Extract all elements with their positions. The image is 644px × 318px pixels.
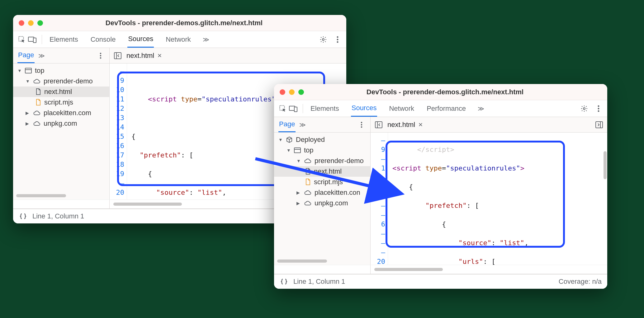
sub-tabs-row: Page ≫ next.html ✕: [13, 48, 346, 63]
disclosure-icon[interactable]: ▼: [286, 148, 291, 153]
disclosure-icon[interactable]: ▶: [296, 190, 301, 195]
svg-point-4: [337, 36, 339, 38]
tab-network[interactable]: Network: [165, 32, 192, 47]
disclosure-icon[interactable]: ▶: [26, 110, 30, 115]
zoom-icon[interactable]: [298, 89, 304, 95]
gear-icon[interactable]: [580, 104, 589, 113]
more-nav-icon[interactable]: ≫: [38, 52, 45, 59]
window-title: DevTools - prerender-demos.glitch.me/nex…: [46, 19, 341, 27]
tree-file-next-html[interactable]: next.html: [13, 87, 109, 97]
tree-file-next-html[interactable]: next.html: [274, 166, 370, 177]
minimize-icon[interactable]: [28, 20, 34, 26]
cloud-icon: [304, 201, 311, 206]
file-tab-next-html[interactable]: next.html ✕: [126, 52, 162, 60]
tree-scrollbar[interactable]: [274, 257, 370, 265]
tree-scrollbar[interactable]: [13, 192, 109, 199]
minimize-icon[interactable]: [289, 89, 295, 95]
kebab-icon[interactable]: [333, 35, 342, 44]
tree-domain[interactable]: ▼ prerender-demo: [13, 76, 109, 87]
tree-top[interactable]: ▼ top: [13, 65, 109, 76]
pretty-print-icon[interactable]: [19, 212, 27, 221]
svg-point-6: [337, 41, 339, 43]
tab-performance[interactable]: Performance: [426, 101, 466, 116]
tree-domain-unpkg[interactable]: ▶ unpkg.com: [274, 198, 370, 208]
editor-vscroll[interactable]: [604, 151, 607, 179]
tree-domain[interactable]: ▼ prerender-demo: [274, 156, 370, 166]
svg-point-18: [598, 105, 599, 107]
file-tab-next-html[interactable]: next.html ✕: [387, 121, 423, 129]
kebab-icon[interactable]: [357, 120, 366, 129]
tab-sources[interactable]: Sources: [127, 31, 154, 48]
file-tab-label: next.html: [387, 121, 415, 129]
frame-icon: [294, 147, 301, 153]
tree-file-script-mjs[interactable]: script.mjs: [274, 177, 370, 187]
svg-rect-12: [25, 68, 31, 73]
tree-label: next.html: [44, 88, 72, 96]
inspect-icon[interactable]: [17, 35, 26, 44]
svg-rect-16: [294, 107, 297, 112]
tab-network[interactable]: Network: [388, 101, 415, 116]
close-icon[interactable]: [19, 20, 24, 26]
toggle-side-icon[interactable]: [595, 120, 604, 129]
cloud-icon: [304, 190, 311, 195]
tab-console[interactable]: Console: [90, 32, 116, 47]
svg-point-7: [100, 53, 102, 54]
file-icon: [36, 99, 41, 106]
cloud-icon: [33, 121, 40, 126]
svg-point-17: [583, 108, 585, 110]
disclosure-icon[interactable]: ▼: [296, 158, 301, 163]
page-tab[interactable]: Page: [278, 117, 296, 132]
tree-label: next.html: [314, 167, 342, 175]
tree-top[interactable]: ▼ top: [274, 145, 370, 156]
pretty-print-icon[interactable]: [280, 277, 288, 286]
open-files-row: next.html ✕: [371, 117, 607, 132]
disclosure-icon[interactable]: ▼: [26, 79, 30, 84]
svg-point-21: [361, 122, 362, 123]
svg-rect-28: [294, 148, 301, 153]
tree-domain-placekitten[interactable]: ▶ placekitten.com: [13, 108, 109, 118]
editor-scrollbar[interactable]: [371, 265, 607, 274]
device-icon[interactable]: [289, 104, 298, 113]
frame-icon: [25, 68, 32, 73]
tree-file-script-mjs[interactable]: script.mjs: [13, 97, 109, 108]
more-nav-icon[interactable]: ≫: [299, 121, 306, 129]
zoom-icon[interactable]: [37, 20, 43, 26]
code-editor[interactable]: –9– 1–3 ––– 6–– –20 </script> <script ty…: [371, 133, 607, 265]
tree-domain-placekitten[interactable]: ▶ placekitten.con: [274, 187, 370, 198]
navigator-header: Page ≫: [274, 117, 371, 132]
toggle-nav-icon[interactable]: [374, 120, 383, 129]
svg-point-19: [598, 108, 599, 109]
more-tabs-icon[interactable]: ≫: [203, 36, 209, 43]
file-tree: ▼ top ▼ prerender-demo next.html script.…: [13, 63, 110, 199]
disclosure-icon[interactable]: ▶: [26, 121, 30, 126]
cloud-icon: [33, 110, 40, 115]
tree-deployed[interactable]: ▼ Deployed: [274, 134, 370, 145]
tab-sources[interactable]: Sources: [351, 100, 377, 117]
tree-label: script.mjs: [44, 98, 73, 106]
svg-rect-2: [33, 38, 36, 43]
tree-label: unpkg.com: [315, 199, 348, 207]
close-icon[interactable]: ✕: [418, 121, 423, 128]
file-tree: ▼ Deployed ▼ top ▼ prerender-demo next.h…: [274, 133, 371, 265]
close-icon[interactable]: [280, 89, 285, 95]
tree-domain-unpkg[interactable]: ▶ unpkg.com: [13, 118, 109, 129]
device-icon[interactable]: [28, 35, 37, 44]
cloud-icon: [304, 158, 311, 163]
file-icon: [305, 168, 311, 175]
gear-icon[interactable]: [319, 35, 328, 44]
disclosure-icon[interactable]: ▼: [17, 68, 22, 73]
tab-elements[interactable]: Elements: [49, 32, 79, 47]
more-tabs-icon[interactable]: ≫: [478, 105, 484, 112]
toggle-nav-icon[interactable]: [113, 51, 122, 60]
main-tabs-row: Elements Sources Network Performance ≫: [274, 100, 607, 117]
line-gutter: –9– 1–3 ––– 6–– –20: [371, 133, 388, 265]
tree-label: placekitten.com: [44, 109, 91, 117]
page-tab[interactable]: Page: [17, 48, 35, 63]
close-icon[interactable]: ✕: [157, 52, 162, 59]
disclosure-icon[interactable]: ▼: [278, 137, 283, 142]
kebab-icon[interactable]: [594, 104, 603, 113]
inspect-icon[interactable]: [278, 104, 287, 113]
kebab-icon[interactable]: [96, 51, 105, 60]
tab-elements[interactable]: Elements: [310, 101, 340, 116]
disclosure-icon[interactable]: ▶: [296, 201, 301, 206]
